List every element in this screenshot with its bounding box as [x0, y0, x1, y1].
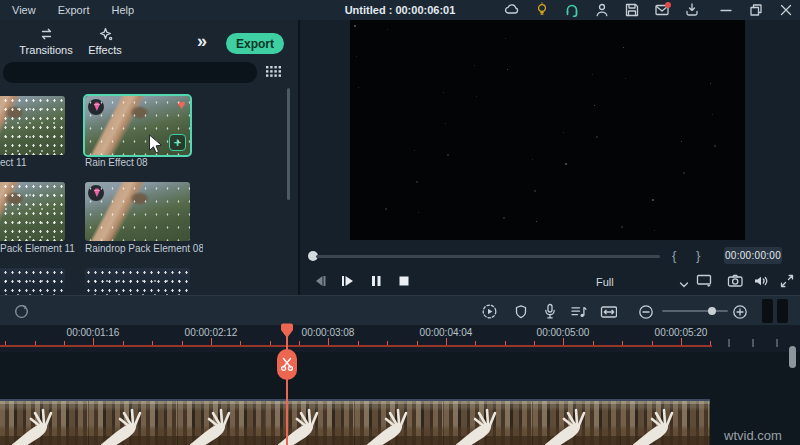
track-toggle-icon[interactable]	[762, 299, 788, 323]
search-input[interactable]	[3, 62, 257, 83]
menu-help[interactable]: Help	[111, 4, 134, 16]
grid-view-icon[interactable]	[264, 64, 282, 82]
chevron-down-icon[interactable]	[678, 276, 690, 294]
effect-thumbnail[interactable]	[0, 96, 65, 155]
audio-mixer-icon[interactable]	[570, 303, 587, 320]
voiceover-mic-icon[interactable]	[541, 303, 558, 320]
clip-frame	[621, 401, 710, 445]
clip-frame	[533, 401, 622, 445]
ruler-label: 00:00:04:04	[411, 327, 481, 338]
zoom-out-icon[interactable]	[637, 303, 654, 320]
ruler-label: 00:00:05:20	[646, 327, 716, 338]
effect-thumbnail-selected[interactable]: ♥ +	[85, 96, 190, 155]
seek-track[interactable]	[316, 255, 660, 258]
close-button[interactable]	[778, 2, 794, 18]
preview-quality-select[interactable]: Full	[596, 276, 614, 288]
previous-frame-button[interactable]	[312, 274, 328, 288]
clip-frame	[266, 401, 355, 445]
ruler-media-extent-line	[0, 345, 712, 347]
redo-history-icon[interactable]	[13, 303, 30, 320]
clip-frame	[89, 401, 178, 445]
volume-icon[interactable]	[752, 272, 770, 290]
export-button[interactable]: Export	[226, 33, 284, 54]
current-timecode: 00:00:00:00	[724, 247, 782, 264]
scissors-icon	[280, 357, 294, 372]
ruler-label: 00:00:01:16	[58, 327, 128, 338]
panel-scrollbar[interactable]	[287, 88, 290, 200]
transitions-icon	[39, 27, 54, 41]
premium-gem-icon	[88, 99, 104, 115]
mail-icon[interactable]	[654, 2, 670, 18]
timeline-toolbar	[0, 295, 800, 325]
preview-panel: { } 00:00:00:00 Full	[300, 20, 800, 295]
play-button[interactable]	[340, 274, 356, 288]
timeline-ruler[interactable]: 00:00:01:16 00:00:02:12 00:00:03:08 00:0…	[0, 325, 800, 352]
user-icon[interactable]	[594, 2, 610, 18]
favorite-heart-icon[interactable]: ♥	[177, 97, 185, 113]
restore-button[interactable]	[748, 2, 764, 18]
add-effect-button[interactable]: +	[169, 134, 186, 151]
marker-icon[interactable]	[512, 303, 529, 320]
more-tabs-chevrons[interactable]: »	[197, 31, 205, 52]
split-scissors-button[interactable]	[277, 349, 297, 380]
zoom-slider-handle[interactable]	[708, 307, 716, 315]
titlebar-icons	[504, 0, 794, 20]
ruler-label: 00:00:05:00	[528, 327, 598, 338]
playhead-head[interactable]	[280, 323, 294, 340]
filmora-app-window: View Export Help Untitled : 00:00:06:01	[0, 0, 800, 445]
display-device-icon[interactable]	[696, 272, 714, 290]
timeline-scrollbar[interactable]	[789, 346, 796, 368]
cloud-icon[interactable]	[504, 2, 520, 18]
effect-thumbnail[interactable]	[0, 268, 65, 295]
effect-thumbnail[interactable]	[85, 182, 190, 241]
mark-in-button[interactable]: {	[672, 248, 676, 263]
playhead-line[interactable]	[286, 324, 288, 445]
effect-thumbnail-label: ect 11	[0, 157, 60, 168]
effects-library-panel: Transitions Effects » Export ect 11	[0, 20, 298, 295]
tab-effects[interactable]: Effects	[83, 27, 127, 56]
minimize-button[interactable]	[718, 2, 734, 18]
transport-controls: Full	[300, 270, 800, 295]
watermark: wtvid.com	[724, 428, 782, 443]
menu-view[interactable]: View	[12, 4, 36, 16]
stop-button[interactable]	[396, 274, 412, 288]
tab-transitions-label: Transitions	[19, 44, 72, 56]
ruler-label: 00:00:03:08	[293, 327, 363, 338]
titlebar: View Export Help Untitled : 00:00:06:01	[0, 0, 800, 20]
effect-thumbnail[interactable]	[85, 268, 190, 295]
effect-thumbnail-label: Raindrop Pack Element 08	[85, 243, 203, 254]
menu-export[interactable]: Export	[58, 4, 90, 16]
zoom-in-icon[interactable]	[731, 303, 748, 320]
effects-icon	[98, 27, 113, 41]
render-preview-icon[interactable]	[481, 303, 498, 320]
video-clip[interactable]	[0, 399, 710, 445]
pause-button[interactable]	[368, 274, 384, 288]
tab-effects-label: Effects	[88, 44, 121, 56]
lightbulb-icon[interactable]	[534, 2, 550, 18]
tab-transitions[interactable]: Transitions	[17, 27, 75, 56]
notification-dot	[665, 2, 671, 8]
snapshot-camera-icon[interactable]	[726, 272, 744, 290]
mark-out-button[interactable]: }	[696, 248, 700, 263]
menubar: View Export Help	[0, 4, 134, 16]
clip-frame	[444, 401, 533, 445]
preview-video[interactable]	[350, 20, 745, 240]
clip-frame	[355, 401, 444, 445]
mouse-cursor	[148, 134, 164, 156]
timeline-tracks[interactable]	[0, 352, 800, 445]
clip-frame	[178, 401, 267, 445]
premium-gem-icon	[88, 185, 104, 201]
clip-frame	[0, 401, 89, 445]
zoom-to-fit-icon[interactable]	[600, 303, 617, 320]
effect-thumbnail[interactable]	[0, 182, 65, 241]
ruler-label: 00:00:02:12	[176, 327, 246, 338]
download-icon[interactable]	[684, 2, 700, 18]
effect-thumbnail-label: Rain Effect 08	[85, 157, 190, 168]
timeline-zoom-slider[interactable]	[662, 310, 728, 312]
fullscreen-icon[interactable]	[778, 272, 796, 290]
preview-seek-row: { } 00:00:00:00	[300, 246, 800, 266]
save-icon[interactable]	[624, 2, 640, 18]
project-title: Untitled : 00:00:06:01	[345, 4, 456, 16]
effect-thumbnail-label: Pack Element 11	[0, 243, 78, 254]
headset-icon[interactable]	[564, 2, 580, 18]
